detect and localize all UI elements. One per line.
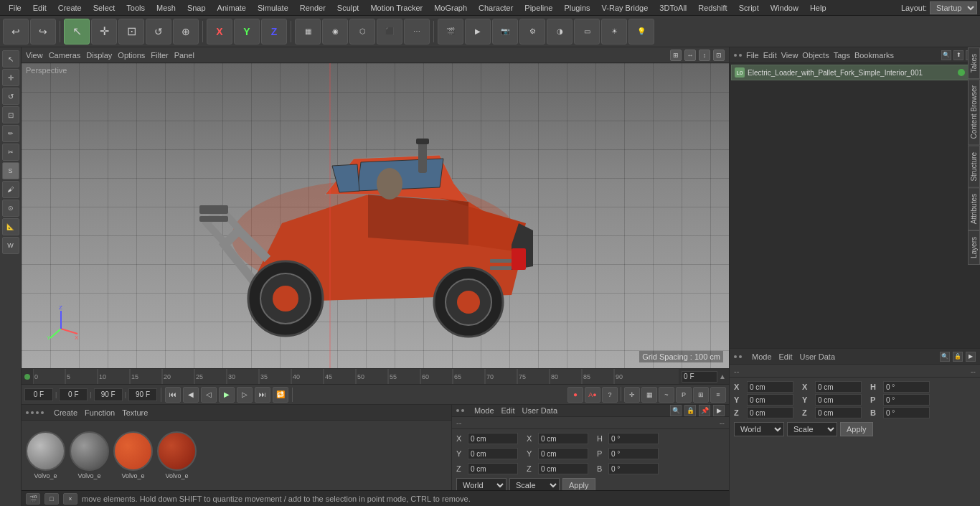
- rattr-z-pos[interactable]: [747, 407, 793, 418]
- attr-search-btn[interactable]: 🔍: [670, 405, 682, 416]
- undo-button[interactable]: ↩: [3, 19, 29, 44]
- select-tool-button[interactable]: ↖: [64, 19, 90, 44]
- rattr-scale-dropdown[interactable]: Scale: [787, 422, 837, 436]
- render-view-button[interactable]: 🎬: [438, 19, 463, 44]
- menu-motion-tracker[interactable]: Motion Tracker: [364, 0, 428, 15]
- prev-frame-button[interactable]: ◀: [183, 387, 199, 403]
- status-btn-1[interactable]: 🎬: [26, 493, 40, 505]
- render-button[interactable]: 📷: [492, 19, 518, 44]
- menu-snap[interactable]: Snap: [182, 0, 212, 15]
- menu-tools[interactable]: Tools: [121, 0, 151, 15]
- timeline-ruler[interactable]: 0 5 10 15 20 25 30 35 40: [33, 369, 679, 384]
- end-frame-field[interactable]: [94, 388, 123, 401]
- status-btn-3[interactable]: ×: [63, 493, 77, 505]
- rattr-h-rot[interactable]: [883, 381, 930, 393]
- motion-clip-btn[interactable]: ✛: [624, 387, 640, 403]
- lt-move-btn[interactable]: ✛: [2, 69, 19, 86]
- rattr-apply-button[interactable]: Apply: [840, 422, 873, 436]
- attr-mode-label[interactable]: Mode: [474, 406, 494, 415]
- lt-measure-btn[interactable]: 📐: [2, 218, 19, 235]
- rattr-y-pos[interactable]: [747, 394, 793, 406]
- timeline-record-btn[interactable]: [24, 374, 30, 380]
- light-button[interactable]: 💡: [628, 19, 654, 44]
- lt-select-btn[interactable]: ↖: [2, 50, 19, 67]
- attr-y-size[interactable]: [538, 448, 588, 459]
- mat-swatch-2[interactable]: [70, 431, 109, 471]
- rattr-b-rot[interactable]: [883, 407, 930, 418]
- frame-rate-field[interactable]: [128, 388, 157, 401]
- vp-ctrl-3[interactable]: ↕: [699, 50, 710, 61]
- attr-z-pos[interactable]: [468, 463, 518, 474]
- attr-x-pos[interactable]: [468, 433, 518, 444]
- lt-spline-btn[interactable]: S: [2, 162, 19, 179]
- go-start-button[interactable]: ⏮: [165, 387, 181, 403]
- attr-more-btn[interactable]: ▶: [713, 405, 725, 416]
- mat-swatch-1[interactable]: [26, 431, 65, 471]
- vp-ctrl-2[interactable]: ↔: [684, 50, 696, 61]
- attr-p-rot[interactable]: [608, 448, 659, 459]
- attr-y-pos[interactable]: [468, 448, 518, 459]
- attr-x-size[interactable]: [538, 433, 588, 444]
- edges-mode-button[interactable]: ⬡: [349, 19, 375, 44]
- mat-texture-menu[interactable]: Texture: [122, 408, 148, 417]
- menu-create[interactable]: Create: [52, 0, 88, 15]
- layout-select[interactable]: Startup: [930, 1, 977, 14]
- options-menu[interactable]: Options: [118, 51, 145, 60]
- record-button[interactable]: ●: [567, 387, 583, 403]
- rpanel-file[interactable]: File: [746, 51, 759, 60]
- content-browser-tab[interactable]: Content Browser: [968, 79, 980, 145]
- attr-b-rot[interactable]: [608, 463, 659, 474]
- attr-userdata-label[interactable]: User Data: [522, 406, 558, 415]
- cameras-menu[interactable]: Cameras: [49, 51, 81, 60]
- menu-window[interactable]: Window: [765, 0, 804, 15]
- attr-z-size[interactable]: [538, 463, 588, 474]
- menu-pipeline[interactable]: Pipeline: [519, 0, 558, 15]
- status-btn-2[interactable]: □: [44, 493, 59, 505]
- panel-menu[interactable]: Panel: [174, 51, 194, 60]
- loop-button[interactable]: 🔁: [273, 387, 288, 403]
- rattr-search-btn[interactable]: 🔍: [940, 352, 950, 362]
- menu-plugins[interactable]: Plugins: [558, 0, 595, 15]
- lt-polygon-pen-btn[interactable]: ✏: [2, 125, 19, 142]
- y-axis-button[interactable]: Y: [234, 19, 260, 44]
- pb-grid-btn[interactable]: ⊞: [693, 387, 709, 403]
- floor-button[interactable]: ▭: [574, 19, 600, 44]
- redo-button[interactable]: ↪: [30, 19, 56, 44]
- menu-character[interactable]: Character: [473, 0, 519, 15]
- lt-rotate-btn[interactable]: ↺: [2, 88, 19, 105]
- pb-last-btn[interactable]: ≡: [710, 387, 726, 403]
- attr-lock-btn[interactable]: 🔒: [684, 405, 696, 416]
- rattr-pin-btn[interactable]: ▶: [966, 352, 976, 362]
- record-help-button[interactable]: ?: [602, 387, 618, 403]
- polygons-mode-button[interactable]: ⬛: [377, 19, 402, 44]
- display-menu[interactable]: Display: [86, 51, 112, 60]
- menu-script[interactable]: Script: [733, 0, 765, 15]
- pb-record-btn2[interactable]: P: [676, 387, 692, 403]
- timeline-frame-input[interactable]: [682, 371, 717, 383]
- start-frame-field[interactable]: [24, 388, 53, 401]
- rattr-edit[interactable]: Edit: [779, 352, 793, 361]
- lt-weight-btn[interactable]: W: [2, 237, 19, 254]
- rattr-x-pos[interactable]: [747, 381, 793, 393]
- menu-select[interactable]: Select: [88, 0, 121, 15]
- rattr-p-rot[interactable]: [883, 394, 930, 406]
- menu-simulate[interactable]: Simulate: [252, 0, 294, 15]
- x-axis-button[interactable]: X: [207, 19, 232, 44]
- rattr-z-size[interactable]: [815, 407, 862, 418]
- mat-function-menu[interactable]: Function: [85, 408, 115, 417]
- z-axis-button[interactable]: Z: [261, 19, 287, 44]
- material-item-1[interactable]: Volvo_e: [26, 431, 65, 479]
- lt-magnet-btn[interactable]: ⊙: [2, 200, 19, 217]
- rpanel-bookmarks[interactable]: Bookmarks: [854, 51, 894, 60]
- attr-h-rot[interactable]: [608, 433, 659, 444]
- rpanel-tags[interactable]: Tags: [834, 51, 850, 60]
- structure-tab[interactable]: Structure: [968, 146, 980, 188]
- rpanel-search-btn[interactable]: 🔍: [941, 50, 951, 60]
- material-item-4[interactable]: Volvo_e: [157, 431, 197, 479]
- viewport[interactable]: View Cameras Display Options Filter Pane…: [22, 47, 729, 368]
- rattr-y-size[interactable]: [815, 394, 862, 406]
- play-button[interactable]: ▶: [219, 387, 235, 403]
- picture-viewer-button[interactable]: ▶: [465, 19, 491, 44]
- attr-pin-btn[interactable]: 📌: [699, 405, 710, 416]
- takes-tab[interactable]: Takes: [968, 47, 980, 79]
